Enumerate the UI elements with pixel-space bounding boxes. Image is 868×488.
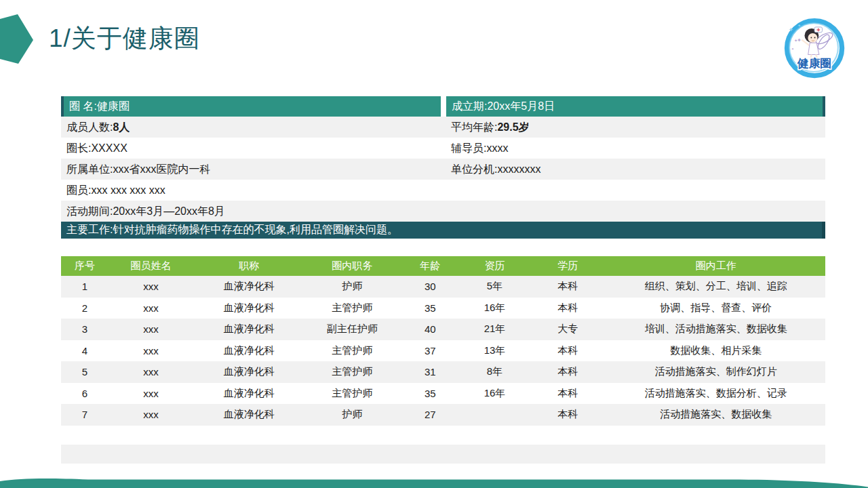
cell: 主管护师	[304, 298, 399, 319]
info-label: 成员人数:	[66, 121, 113, 132]
column-header: 圈员姓名	[108, 256, 193, 276]
cell: 活动措施落实、制作幻灯片	[607, 361, 825, 383]
cell: 21年	[460, 319, 528, 340]
cell: 4	[61, 340, 108, 362]
cell: 血液净化科	[193, 340, 305, 362]
cell: 护师	[304, 276, 399, 298]
cell: 血液净化科	[193, 276, 305, 298]
cell: 本科	[529, 404, 607, 426]
nurse-fairy-icon: ✦	[797, 27, 834, 60]
sparkle-icon: ✦	[797, 23, 801, 28]
info-header-row: 圈 名:健康圈 成立期:20xx年5月8日	[61, 96, 825, 117]
cell: xxx	[108, 319, 193, 340]
cell: xxx	[108, 298, 193, 319]
info-main-work-row: 主要工作:针对抗肿瘤药物操作中存在的不现象,利用品管圈解决问题。	[61, 222, 825, 239]
cell: 培训、活动措施落实、数据收集	[607, 319, 825, 340]
cell: 本科	[529, 276, 607, 298]
cell: xxx	[108, 361, 193, 383]
column-header: 职称	[193, 256, 305, 276]
info-value: 29.5岁	[497, 121, 529, 132]
cell: 血液净化科	[193, 298, 305, 319]
cell: 3	[61, 319, 108, 340]
svg-text:✦: ✦	[797, 37, 802, 43]
cell: 血液净化科	[193, 361, 305, 383]
table-row: 5 xxx 血液净化科 主管护师 31 8年 本科 活动措施落实、制作幻灯片	[61, 361, 825, 383]
table-row: 4 xxx 血液净化科 主管护师 37 13年 本科 数据收集、相片采集	[61, 340, 825, 362]
column-header: 资历	[460, 256, 528, 276]
page-title: 1/关于健康圈	[49, 22, 200, 56]
cell: 35	[399, 298, 460, 319]
info-row: 成员人数:8人 平均年龄:29.5岁	[61, 117, 825, 138]
cell: 16年	[460, 383, 528, 405]
info-row: 所属单位:xxx省xxx医院内一科 单位分机:xxxxxxxx	[61, 159, 825, 180]
cell: 活动措施落实、数据收集	[607, 404, 825, 426]
cell: 31	[399, 361, 460, 383]
column-header: 圈内职务	[304, 256, 399, 276]
column-header: 年龄	[399, 256, 460, 276]
cell: 活动措施落实、数据分析、记录	[607, 383, 825, 405]
cell: 35	[399, 383, 460, 405]
cell: 副主任护师	[304, 319, 399, 340]
cell: 护师	[304, 404, 399, 426]
cell: 主管护师	[304, 383, 399, 405]
cell: 7	[61, 404, 108, 426]
sparkle-icon: ✦	[791, 47, 795, 51]
cell: 血液净化科	[193, 383, 305, 405]
cell: 血液净化科	[193, 319, 305, 340]
logo-text: 健康圈	[797, 57, 831, 70]
cell: 组织、策划、分工、培训、追踪	[607, 276, 825, 298]
empty-table-row	[61, 445, 825, 464]
cell: 本科	[529, 361, 607, 383]
cell: 本科	[529, 383, 607, 405]
column-header: 序号	[61, 256, 108, 276]
table-row: 6 xxx 血液净化科 主管护师 35 16年 本科 活动措施落实、数据分析、记…	[61, 383, 825, 405]
cell: 40	[399, 319, 460, 340]
info-label: 所属单位:xxx省xxx医院内一科	[66, 163, 210, 174]
cell: xxx	[108, 383, 193, 405]
cell: 8年	[460, 361, 528, 383]
cell: 主管护师	[304, 361, 399, 383]
cell: 16年	[460, 298, 528, 319]
info-value: 8人	[113, 121, 130, 132]
health-circle-logo: ✦ ✦ ✦ ✦ ✦ 健康圈	[778, 11, 849, 81]
cell: 6	[61, 383, 108, 405]
title-ribbon-arrow-icon	[0, 12, 35, 66]
cell	[460, 404, 528, 426]
table-row: 7 xxx 血液净化科 护师 27 本科 活动措施落实、数据收集	[61, 404, 825, 426]
info-label: 单位分机:xxxxxxxx	[451, 163, 540, 174]
table-row: 2 xxx 血液净化科 主管护师 35 16年 本科 协调、指导、督查、评价	[61, 298, 825, 319]
info-label: 辅导员:xxxx	[451, 142, 508, 153]
info-row-members-list: 圈员:xxx xxx xxx xxx	[61, 180, 825, 201]
table-row: 1 xxx 血液净化科 护师 30 5年 本科 组织、策划、分工、培训、追踪	[61, 276, 825, 298]
cell: xxx	[108, 276, 193, 298]
cell: 2	[61, 298, 108, 319]
cell: xxx	[108, 340, 193, 362]
cell: 37	[399, 340, 460, 362]
info-row-activity-period: 活动期间:20xx年3月—20xx年8月	[61, 201, 825, 222]
info-label: 圈长:XXXXX	[66, 142, 127, 153]
info-label: 平均年龄:	[451, 121, 497, 132]
slide: 1/关于健康圈 ✦ ✦ ✦ ✦ ✦ 健康圈 圈 名:健康	[0, 0, 868, 488]
cell: 1	[61, 276, 108, 298]
members-table-header: 序号 圈员姓名 职称 圈内职务 年龄 资历 学历 圈内工作	[61, 256, 825, 276]
cell: 5年	[460, 276, 528, 298]
footer-wave	[0, 474, 868, 488]
table-row: 3 xxx 血液净化科 副主任护师 40 21年 大专 培训、活动措施落实、数据…	[61, 319, 825, 340]
info-row: 圈长:XXXXX 辅导员:xxxx	[61, 138, 825, 159]
cell: 5	[61, 361, 108, 383]
cell: 血液净化科	[193, 404, 305, 426]
cell: 协调、指导、督查、评价	[607, 298, 825, 319]
cell: 本科	[529, 340, 607, 362]
cell: 本科	[529, 298, 607, 319]
cell: 27	[399, 404, 460, 426]
info-header-left: 圈 名:健康圈	[61, 96, 441, 117]
cell: 数据收集、相片采集	[607, 340, 825, 362]
sparkle-icon: ✦	[789, 26, 794, 33]
column-header: 圈内工作	[607, 256, 825, 276]
cell: 30	[399, 276, 460, 298]
cell: 大专	[529, 319, 607, 340]
members-table: 序号 圈员姓名 职称 圈内职务 年龄 资历 学历 圈内工作 1 xxx 血液净化…	[61, 256, 825, 426]
circle-info-table: 圈 名:健康圈 成立期:20xx年5月8日 成员人数:8人 平均年龄:29.5岁…	[61, 96, 825, 239]
cell: xxx	[108, 404, 193, 426]
column-header: 学历	[529, 256, 607, 276]
